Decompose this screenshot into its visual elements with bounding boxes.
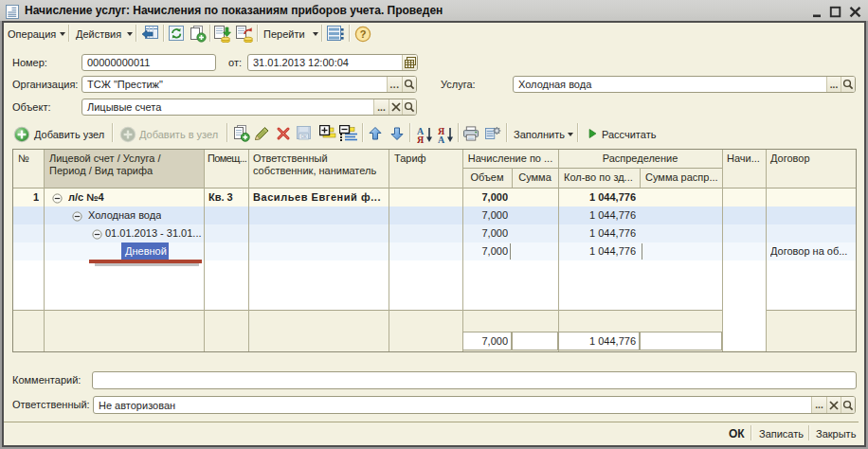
svg-text:ОК: ОК (300, 135, 307, 139)
svg-text:?: ? (360, 28, 367, 40)
svg-text:А: А (438, 135, 445, 144)
svg-text:Я: Я (417, 135, 425, 144)
